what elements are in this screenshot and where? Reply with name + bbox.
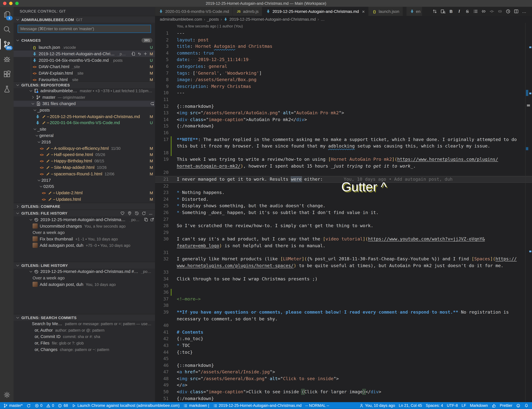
code-line-8[interactable]: 8image:·/assets/General/Box.png (155, 76, 532, 83)
repo-tree-row[interactable]: <>–spacemacs-Round-1.html12/06M (14, 171, 155, 177)
editor-tab[interactable]: 2019-12-25-Hornet-Autogain-and-Christmas… (262, 7, 368, 16)
code-line-1[interactable]: 1--- (155, 30, 532, 37)
code-line-40[interactable]: 40 (155, 322, 532, 329)
breadcrumb-item[interactable]: 2019-12-25-Hornet-Autogain-and-Christmas… (229, 17, 316, 22)
status-indentation[interactable]: Spaces: 4 (426, 403, 443, 408)
code-line-11[interactable]: 11 (155, 96, 532, 103)
status-encoding[interactable]: UTF-8 (447, 403, 458, 408)
refresh-icon[interactable] (141, 210, 147, 216)
status-eol[interactable]: LF (462, 403, 466, 408)
code-line-36[interactable]: 36 (155, 289, 532, 296)
section-header[interactable]: GITLENS: REPOSITORIES (14, 81, 155, 88)
code-line-26[interactable]: 26*·Something·_does_·happen,·but·it's·so… (155, 209, 532, 216)
commit-message-input[interactable] (18, 25, 151, 33)
code-line-31[interactable]: 31 (155, 249, 532, 256)
toolbar-swap-icon[interactable] (431, 8, 438, 15)
code-line-14[interactable]: 14<div·class="image-caption">AutoGain·Pr… (155, 116, 532, 123)
code-line-7[interactable]: 7tags:·['General',·'Woodworking'] (155, 70, 532, 76)
section-header[interactable]: GITLENS: FILE HISTORY… (14, 210, 155, 216)
status-info-count[interactable]: 68 (58, 403, 68, 408)
code-line-38[interactable]: 38 (155, 302, 532, 309)
gotoFile-icon[interactable] (130, 51, 136, 56)
toolbar-preview-icon[interactable] (439, 8, 446, 15)
code-line-4[interactable]: 4comments:·true (155, 50, 532, 56)
code-line-wrap[interactable]: necessary·to·comment,·so·don't·be·shy. (155, 316, 532, 322)
code-line-wrap[interactable]: feature=emb_logo)·is·not·helpful·and·the… (155, 242, 532, 249)
code-line-45[interactable]: 45 (155, 355, 532, 362)
code-line-12[interactable]: 12{::nomarkdown} (155, 103, 532, 110)
activity-item-source-control[interactable]: 381 (0, 37, 14, 52)
activity-item-settings[interactable] (0, 387, 14, 402)
scm-change-row[interactable]: <>DAW-Explain.html_siteM (14, 70, 155, 76)
line-history-row[interactable]: 2019-12-25-Hornet-Autogain-and-Christmas… (14, 268, 155, 275)
code-line-32[interactable]: 32I·generally·like·Hornet·products·(like… (155, 256, 532, 262)
repo-tree-row[interactable]: <>–Updates.htmlM (14, 196, 155, 203)
breadcrumb-item[interactable]: _posts (207, 17, 219, 22)
status-warnings-count[interactable]: 0 (46, 403, 54, 408)
code-line-3[interactable]: 3title:·Hornet·Autogain·and·Christmas (155, 43, 532, 50)
code-line-17[interactable]: 17**NOTE**:·The·author·replied·in·the·co… (155, 136, 532, 143)
toolbar-listIcon-icon[interactable] (472, 8, 479, 15)
code-line-28[interactable]: 28So·I've·scratched·the·review/how-to.·I… (155, 223, 532, 229)
activity-item-extensions[interactable] (0, 66, 14, 81)
file-history-row[interactable]: Add autogain post, duh+75 -0 • You, 10 d… (14, 242, 155, 249)
search-commit-row[interactable]: Search by Messagepattern or message: pat… (14, 320, 155, 327)
status-errors-count[interactable]: 0 (35, 403, 42, 408)
status-launch-task[interactable]: Launch Chrome against localhost (admiral… (72, 403, 180, 408)
toolbar-ocL-icon[interactable] (480, 8, 487, 15)
code-line-16[interactable]: 16 (155, 130, 532, 136)
file-history-row[interactable]: Fix box thumbnail+1 -1 • You, 10 days ag… (14, 236, 155, 242)
repo-tree-row[interactable]: <>–A-soliloquy-on-efficiency.html11/30M (14, 145, 155, 151)
code-line-wrap[interactable]: www.hornetplugins.com/plugins/hornet-spa… (155, 262, 532, 269)
activity-item-explorer[interactable]: 1 (0, 7, 14, 22)
code-line-47[interactable]: 47<a·href="/assets/General/Inside.jpg"> (155, 369, 532, 375)
status-language-mode[interactable]: Markdown (470, 403, 488, 408)
status-branch-indicator[interactable]: master* (3, 403, 22, 408)
code-line-15[interactable]: 15{:/nomarkdown} (155, 123, 532, 130)
code-line-25[interactable]: 25*·Display·shows·something,·but·the·aud… (155, 203, 532, 209)
breadcrumb-item[interactable]: admiralbumblebee.com (160, 17, 202, 22)
repo-tree-row[interactable]: 2017 (14, 177, 155, 183)
toolbar-italT-icon[interactable]: I (456, 8, 463, 15)
code-line-2[interactable]: 2layout:·post (155, 37, 532, 43)
status-feedback[interactable] (492, 403, 496, 408)
line-history-row[interactable]: Over a week ago (14, 275, 155, 281)
status-active-file[interactable]: 2019-12-25-Hornet-Autogain-and-Christmas… (213, 403, 302, 408)
code-line-46[interactable]: 46{::nomarkdown} (155, 362, 532, 369)
toolbar-boldT-icon[interactable]: B (447, 8, 455, 15)
code-editor[interactable]: You, a few seconds ago | 1 author (You) … (155, 23, 532, 402)
code-line-wrap[interactable]: this·but·it·froze·my·browser.·I·have·sin… (155, 143, 532, 149)
code-line-19[interactable]: 19This·week·I·was·trying·to·write·a·revi… (155, 156, 532, 163)
status-prettier-status[interactable]: Prettier (500, 403, 512, 408)
toolbar-split-icon[interactable] (513, 8, 520, 15)
activity-item-run-debug[interactable] (0, 52, 14, 66)
code-line-9[interactable]: 9description:·Merry·Christmas (155, 83, 532, 90)
search-commit-row[interactable]: or, Filesfile: glob or ?: glob (14, 340, 155, 346)
repo-tree-row[interactable]: –2019-12-25-Hornet-Autogain-and-Christma… (14, 113, 155, 120)
section-header[interactable]: GITLENS: LINE HISTORY (14, 262, 155, 269)
status-problems-language[interactable]: markdown | (183, 403, 209, 408)
code-line-27[interactable]: 27 (155, 216, 532, 223)
search-commit-row[interactable]: or, Authorauthor: pattern or @: pattern (14, 327, 155, 333)
code-line-6[interactable]: 6categories:·general (155, 63, 532, 70)
scm-change-row[interactable]: {}launch.json.vscodeU (14, 44, 155, 50)
repo-tree-row[interactable]: 2016 (14, 139, 155, 145)
status-sync-button[interactable] (26, 403, 31, 408)
status-vim-mode[interactable]: -- NORMAL -- (305, 403, 329, 408)
section-header[interactable]: GITLENS: SEARCH COMMITS (14, 314, 155, 321)
code-line-20[interactable]: 20 (155, 169, 532, 176)
status-cursor-position[interactable]: Ln 21, Col 45 (399, 403, 422, 408)
overview-ruler[interactable] (525, 23, 532, 402)
code-line-33[interactable]: 33 (155, 269, 532, 276)
close-window-button[interactable] (3, 2, 6, 5)
code-line-30[interactable]: 30I·can't·say·it's·a·bad·product,·but·I·… (155, 236, 532, 242)
pin-icon[interactable] (126, 210, 132, 216)
repo-tree-row[interactable]: 02/05 (14, 183, 155, 190)
discard-icon[interactable] (136, 51, 142, 56)
copy-icon[interactable] (143, 217, 149, 223)
repo-tree-row[interactable]: <>–Happy-Birthday.html08/15M (14, 158, 155, 164)
minimize-window-button[interactable] (9, 2, 12, 5)
comparePlus-icon[interactable] (149, 101, 155, 106)
editor-tab[interactable]: {}launch.json (369, 7, 403, 16)
code-line-10[interactable]: 10--- (155, 90, 532, 96)
